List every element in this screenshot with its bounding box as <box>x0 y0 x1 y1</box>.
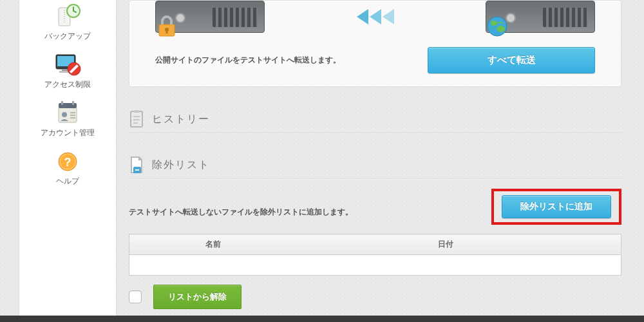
locked-server-illustration <box>155 1 265 33</box>
svg-rect-14 <box>70 112 75 113</box>
remove-from-list-button[interactable]: リストから解除 <box>153 285 242 309</box>
svg-point-13 <box>62 112 67 117</box>
svg-point-23 <box>488 17 507 36</box>
history-icon <box>129 110 144 128</box>
exclude-list-icon <box>129 156 144 174</box>
name-column-header: 名前 <box>155 234 271 255</box>
add-to-exclude-button[interactable]: 除外リストに追加 <box>502 195 611 218</box>
sidebar-item-label: アカウント管理 <box>19 128 116 138</box>
svg-rect-15 <box>70 115 75 116</box>
exclude-section: 除外リスト テストサイトへ転送しないファイルを除外リストに追加します。 除外リス… <box>129 156 621 309</box>
transfer-panel: 公開サイトのファイルをテストサイトへ転送します。 すべて転送 <box>129 0 621 87</box>
svg-rect-22 <box>166 30 168 33</box>
help-icon: ? <box>52 149 83 175</box>
select-all-checkbox[interactable] <box>129 290 142 303</box>
exclude-description: テストサイトへ転送しないファイルを除外リストに追加します。 <box>129 207 353 218</box>
sidebar-item-label: アクセス制限 <box>19 79 116 90</box>
history-title: ヒストリー <box>152 113 210 126</box>
sidebar-item-label: バックアップ <box>19 31 116 42</box>
svg-point-25 <box>497 26 505 32</box>
svg-rect-16 <box>70 117 75 118</box>
transfer-caption-text: 公開サイトのファイルをテストサイトへ転送します。 <box>155 55 341 66</box>
main-content: 公開サイトのファイルをテストサイトへ転送します。 すべて転送 ヒストリー 除外リ… <box>122 0 644 322</box>
globe-icon <box>485 14 509 41</box>
date-column-header: 日付 <box>271 234 621 255</box>
svg-rect-27 <box>134 110 139 113</box>
sidebar-item-account[interactable]: アカウント管理 <box>19 97 116 145</box>
table-row <box>129 255 621 276</box>
svg-rect-11 <box>61 101 63 105</box>
exclude-table: 名前 日付 <box>129 234 621 276</box>
svg-text:?: ? <box>64 156 71 169</box>
transfer-arrows-icon <box>357 9 394 24</box>
footer-strip <box>0 316 644 322</box>
account-icon <box>52 100 83 126</box>
svg-rect-12 <box>72 101 74 105</box>
transfer-all-button[interactable]: すべて転送 <box>428 47 595 73</box>
lock-icon <box>155 14 179 41</box>
sidebar-item-access[interactable]: アクセス制限 <box>19 48 116 97</box>
checkbox-column-header <box>129 234 155 255</box>
sidebar-item-label: ヘルプ <box>19 176 116 187</box>
sidebar-item-help[interactable]: ? ヘルプ <box>19 145 116 193</box>
exclude-title: 除外リスト <box>152 158 210 172</box>
history-section: ヒストリー <box>129 110 621 133</box>
backup-icon <box>52 4 83 30</box>
access-restriction-icon <box>52 52 83 78</box>
svg-rect-32 <box>135 169 139 171</box>
sidebar: バックアップ アクセス制限 アカウント管理 ? ヘルプ <box>19 0 116 322</box>
svg-point-24 <box>491 21 497 26</box>
highlight-callout: 除外リストに追加 <box>491 189 621 225</box>
public-server-illustration <box>486 1 595 33</box>
sidebar-item-backup[interactable]: バックアップ <box>19 0 116 48</box>
